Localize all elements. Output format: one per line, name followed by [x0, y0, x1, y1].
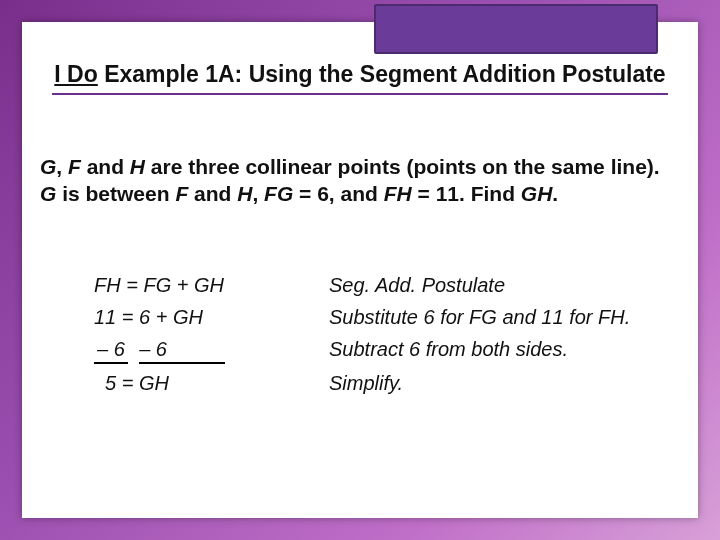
- var-fg: FG: [264, 182, 293, 205]
- var-g: G: [40, 155, 56, 178]
- var-h: H: [130, 155, 145, 178]
- step-equation: FH = FG + GH: [94, 272, 304, 298]
- header-ribbon: [374, 4, 658, 54]
- var-f2: F: [175, 182, 188, 205]
- problem-statement: G, F and H are three collinear points (p…: [40, 154, 676, 208]
- step-reason: Simplify.: [329, 370, 668, 396]
- var-g2: G: [40, 182, 56, 205]
- var-f: F: [68, 155, 81, 178]
- slide-title: I Do Example 1A: Using the Segment Addit…: [52, 60, 668, 95]
- var-gh: GH: [521, 182, 553, 205]
- step-equation: 5 = GH: [94, 370, 304, 396]
- title-rest: Example 1A: Using the Segment Addition P…: [98, 61, 666, 87]
- step-equation: 11 = 6 + GH: [94, 304, 304, 330]
- step-reason: Substitute 6 for FG and 11 for FH.: [329, 304, 668, 330]
- underline-left: – 6: [94, 336, 128, 364]
- step-equation: – 6 – 6: [94, 336, 304, 364]
- step-reason: Seg. Add. Postulate: [329, 272, 668, 298]
- slide-content: I Do Example 1A: Using the Segment Addit…: [22, 22, 698, 518]
- underline-right: – 6: [139, 336, 225, 364]
- var-fh: FH: [384, 182, 412, 205]
- solution-steps: FH = FG + GH Seg. Add. Postulate 11 = 6 …: [94, 272, 668, 396]
- var-h2: H: [237, 182, 252, 205]
- title-ido: I Do: [54, 61, 97, 87]
- step-reason: Subtract 6 from both sides.: [329, 336, 668, 364]
